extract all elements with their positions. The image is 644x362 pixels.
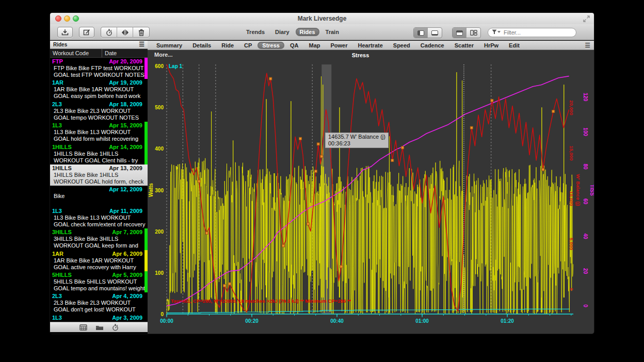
svg-text:0: 0	[160, 311, 164, 317]
tab-map[interactable]: Map	[304, 42, 325, 49]
svg-text:10,000: 10,000	[569, 191, 574, 206]
filter-funnel-icon[interactable]	[492, 29, 501, 35]
ride-item[interactable]: 1ARApr 19, 20091AR Bike Bike 1AR WORKOUT…	[50, 79, 148, 100]
view-tiled-button[interactable]	[453, 28, 466, 38]
import-icon	[61, 29, 69, 36]
tab-summary[interactable]: Summary	[152, 42, 187, 49]
lap-label: Lap 1	[169, 63, 183, 69]
fullscreen-icon[interactable]	[583, 15, 590, 22]
ride-item[interactable]: 1ARApr 6, 20091AR Bike Bike 1AR WORKOUTG…	[50, 250, 148, 271]
svg-text:300: 300	[155, 188, 164, 193]
toggle-bottombar-button[interactable]	[428, 28, 442, 38]
annotation-text: Tau=451, CP=280, W'=23000, 18 matches >2…	[171, 298, 351, 304]
ride-item[interactable]: 1L3Apr 11, 20091L3 Bike Bike 1L3 WORKOUT…	[50, 207, 148, 228]
scope-tab-diary[interactable]: Diary	[271, 28, 294, 36]
ride-item[interactable]: 5HILLSApr 5, 20095HILLS Bike 5HILLS WORK…	[50, 271, 148, 292]
ride-description: 1HILLS Bike Bike 1HILLS	[52, 151, 144, 157]
stress-chart-canvas[interactable]: Lap 100:0000:2000:4001:0001:200100200300…	[148, 50, 594, 334]
ride-description: 1AR Bike Bike 1AR WORKOUT	[52, 257, 144, 264]
tab-hrpw[interactable]: HrPw	[479, 42, 503, 49]
folder-button[interactable]	[95, 324, 104, 331]
ride-code: 1L3	[52, 315, 62, 321]
ride-description: 1L3 Bike Bike 1L3 WORKOUT	[52, 215, 144, 221]
ride-description: 3HILLS Bike Bike 3HILLS	[52, 236, 144, 242]
edit-icon	[83, 29, 90, 36]
stopwatch-button[interactable]	[112, 324, 119, 331]
ride-item[interactable]: 3HILLSApr 7, 20093HILLS Bike Bike 3HILLS…	[50, 228, 148, 250]
scope-tab-train[interactable]: Train	[321, 28, 343, 36]
split-ride-button[interactable]	[117, 27, 133, 38]
ride-description: 2L3 Bike Bike 2L3 WORKOUT	[52, 108, 144, 114]
stopwatch-icon	[106, 29, 112, 36]
tab-speed[interactable]: Speed	[389, 42, 415, 49]
trash-icon	[138, 29, 144, 36]
titlebar[interactable]: Mark Liversedge	[50, 13, 594, 24]
tab-stress[interactable]: Stress	[257, 42, 284, 49]
import-ride-button[interactable]	[57, 27, 73, 38]
ride-description: GOAL easy spim before hard work	[52, 93, 144, 100]
svg-text:Tau=451, CP=280, W'=23000, 18: Tau=451, CP=280, W'=23000, 18 matches >2…	[171, 298, 351, 304]
tab-scatter[interactable]: Scatter	[450, 42, 478, 49]
svg-text:W' Balance (j): W' Balance (j)	[575, 174, 581, 206]
edit-ride-button[interactable]	[79, 27, 94, 38]
ride-description: 1L3 Bike Bike 1L3 WORKOUT	[52, 129, 144, 136]
tab-qa[interactable]: QA	[285, 42, 303, 49]
svg-text:120: 120	[583, 93, 588, 102]
ride-description: 1AR Bike Bike 1AR WORKOUT	[52, 86, 144, 93]
ride-description: 5HILLS Bike 5HILLS WORKOUT	[52, 278, 144, 285]
tab-cp[interactable]: CP	[239, 42, 256, 49]
svg-text:0: 0	[583, 304, 588, 307]
tab-edit[interactable]: Edit	[504, 42, 524, 49]
svg-text:40: 40	[583, 234, 588, 240]
scope-tab-trends[interactable]: Trends	[242, 28, 269, 36]
sidebar-panel-icon	[417, 30, 424, 36]
ride-code: 3HILLS	[52, 229, 72, 236]
tab-ride[interactable]: Ride	[217, 42, 238, 49]
window-title: Mark Liversedge	[50, 15, 594, 22]
ride-item[interactable]: 1HILLSApr 13, 20091HILLS Bike Bike 1HILL…	[50, 164, 148, 186]
ride-description: GOAL hold form whilst recovering	[52, 136, 144, 142]
bottom-panel-icon	[431, 30, 438, 36]
ride-date: Apr 7, 2009	[112, 229, 142, 236]
svg-text:600: 600	[155, 63, 164, 69]
ride-date: Apr 4, 2009	[112, 293, 142, 300]
ride-tools-group	[101, 27, 150, 38]
chart-tabbar: SummaryDetailsRideCPStressQAMapPowerHear…	[148, 41, 594, 50]
svg-text:20,000: 20,000	[569, 100, 574, 115]
ride-item[interactable]: 1HILLSApr 14, 20091HILLS Bike Bike 1HILL…	[50, 143, 148, 164]
tab-heartrate[interactable]: Heartrate	[353, 42, 388, 49]
svg-text:Lap 1: Lap 1	[169, 63, 183, 69]
svg-text:100: 100	[583, 127, 588, 136]
scope-tab-rides[interactable]: Rides	[296, 28, 319, 36]
sidebar-menu-icon[interactable]: ☰	[139, 41, 144, 48]
svg-text:0: 0	[569, 288, 574, 290]
ride-item[interactable]: FTPApr 20, 2009FTP Bike Bike FTP test WO…	[50, 58, 148, 79]
interval-button[interactable]	[101, 27, 117, 38]
ride-item[interactable]: 2L3Apr 18, 20092L3 Bike Bike 2L3 WORKOUT…	[50, 101, 148, 122]
svg-text:500: 500	[155, 105, 164, 110]
ride-item[interactable]: Apr 12, 2009Bike	[50, 186, 148, 207]
tab-cadence[interactable]: Cadence	[416, 42, 449, 49]
tab-details[interactable]: Details	[188, 42, 216, 49]
tab-power[interactable]: Power	[326, 42, 352, 49]
svg-text:00:20: 00:20	[245, 318, 259, 324]
toggle-sidebar-button[interactable]	[414, 28, 428, 38]
tiled-view-icon	[456, 30, 463, 36]
ride-item[interactable]: 1L3Apr 3, 2009	[50, 314, 148, 322]
ride-date: Apr 5, 2009	[112, 272, 142, 278]
ride-item[interactable]: 1L3Apr 15, 20091L3 Bike Bike 1L3 WORKOUT…	[50, 122, 148, 143]
chart-menu-icon[interactable]: ☰	[585, 42, 590, 49]
x-axis: 00:0000:2000:4001:0001:20	[160, 314, 573, 324]
view-tabbed-button[interactable]	[466, 28, 480, 38]
ride-list-columns[interactable]: Workout Code Date	[50, 49, 148, 58]
delete-ride-button[interactable]	[133, 27, 149, 38]
split-arrows-icon	[121, 29, 129, 36]
column-workout-code[interactable]: Workout Code	[53, 49, 89, 57]
ride-description: GOAL tempo and mountains! weight	[52, 285, 144, 292]
ride-code: 2L3	[52, 293, 62, 300]
ride-item[interactable]: 2L3Apr 4, 20092L3 Bike Bike 2L3 WORKOUTG…	[50, 292, 148, 314]
column-date[interactable]: Date	[102, 49, 117, 57]
calendar-button[interactable]	[79, 324, 87, 331]
svg-text:15,000: 15,000	[569, 145, 574, 160]
ride-date: Apr 19, 2009	[109, 79, 142, 86]
